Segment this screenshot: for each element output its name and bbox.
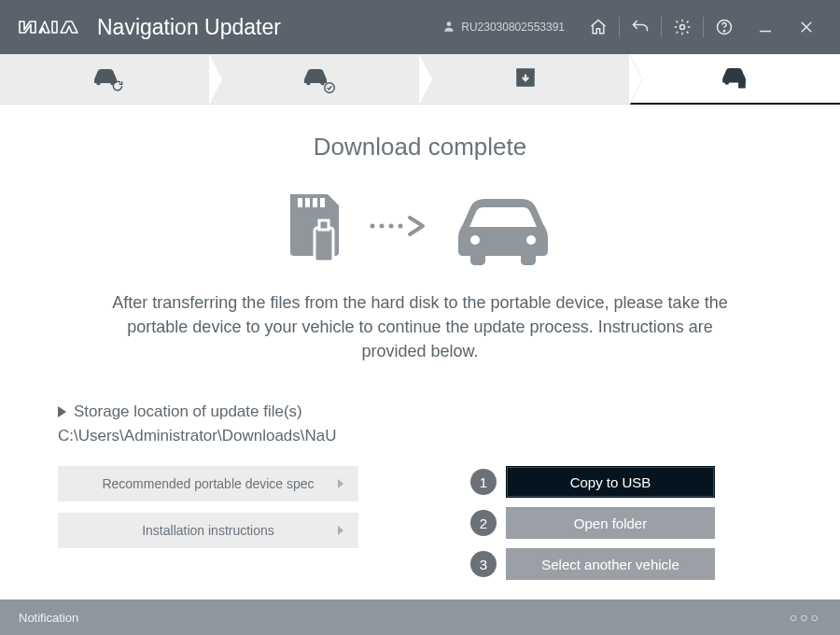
svg-point-26 <box>389 224 394 229</box>
svg-rect-19 <box>305 198 310 207</box>
main-content: Download complete <box>0 105 840 580</box>
storage-path: C:\Users\Administrator\Downloads\NaU <box>58 427 782 445</box>
svg-point-3 <box>723 31 724 32</box>
footer-label: Notification <box>19 611 78 625</box>
chevron-right-icon <box>338 479 343 488</box>
back-button[interactable] <box>620 8 661 46</box>
hero-graphic <box>58 184 782 272</box>
settings-button[interactable] <box>662 8 703 46</box>
app-title: Navigation Updater <box>97 15 281 40</box>
user-block[interactable]: RU23030802553391 <box>442 20 565 35</box>
title-bar: Navigation Updater RU23030802553391 <box>0 0 840 54</box>
svg-point-7 <box>96 80 101 85</box>
user-id: RU23030802553391 <box>461 21 565 34</box>
page-headline: Download complete <box>58 133 782 162</box>
transfer-arrow-icon <box>367 212 436 244</box>
svg-rect-13 <box>516 68 535 72</box>
step-number-1: 1 <box>470 469 497 495</box>
step-1-select-vehicle[interactable] <box>0 54 210 104</box>
svg-rect-17 <box>739 75 744 78</box>
user-icon <box>442 20 455 35</box>
chevron-right-icon <box>338 526 343 535</box>
select-another-vehicle-button[interactable]: Select another vehicle <box>506 548 715 580</box>
help-button[interactable] <box>704 8 745 46</box>
sd-usb-icon <box>281 187 356 269</box>
close-button[interactable] <box>786 8 827 46</box>
svg-rect-18 <box>298 198 302 207</box>
window-controls <box>578 8 827 46</box>
svg-point-14 <box>724 80 729 85</box>
car-icon <box>447 184 559 272</box>
svg-point-25 <box>380 224 385 229</box>
device-spec-label: Recommended portable device spec <box>102 476 314 491</box>
svg-rect-16 <box>738 78 746 88</box>
step-4-transfer[interactable] <box>630 54 840 104</box>
refresh-badge-icon <box>111 79 124 96</box>
step-bar <box>0 54 840 105</box>
svg-rect-21 <box>320 198 325 207</box>
svg-rect-20 <box>313 198 317 207</box>
svg-point-29 <box>526 235 536 245</box>
step-number-3: 3 <box>470 551 497 577</box>
triangle-right-icon <box>58 406 66 417</box>
svg-point-1 <box>680 25 685 30</box>
step-2-confirm-vehicle[interactable] <box>210 54 420 104</box>
svg-point-0 <box>447 21 452 26</box>
svg-point-27 <box>399 224 403 229</box>
storage-location-row[interactable]: Storage location of update file(s) <box>58 402 782 421</box>
car-usb-icon <box>717 63 754 96</box>
footer-bar: Notification ○○○ <box>0 600 840 635</box>
svg-point-24 <box>371 224 375 229</box>
storage-location-label: Storage location of update file(s) <box>74 402 302 421</box>
install-instructions-link[interactable]: Installation instructions <box>58 513 358 548</box>
device-spec-link[interactable]: Recommended portable device spec <box>58 466 358 501</box>
minimize-button[interactable] <box>745 8 786 46</box>
open-folder-button[interactable]: Open folder <box>506 507 715 539</box>
download-box-icon <box>512 65 539 93</box>
step-3-download[interactable] <box>420 54 630 104</box>
instruction-text: After transferring the files from the ha… <box>93 290 747 363</box>
install-instructions-label: Installation instructions <box>142 523 274 538</box>
home-button[interactable] <box>578 8 619 46</box>
step-number-2: 2 <box>470 510 497 536</box>
check-badge-icon <box>323 81 336 98</box>
more-icon[interactable]: ○○○ <box>790 610 821 625</box>
svg-rect-23 <box>319 220 329 230</box>
svg-point-9 <box>306 80 311 85</box>
kia-logo <box>19 19 78 35</box>
svg-rect-22 <box>315 228 333 261</box>
svg-point-28 <box>470 235 480 245</box>
copy-to-usb-button[interactable]: Copy to USB <box>506 466 715 498</box>
